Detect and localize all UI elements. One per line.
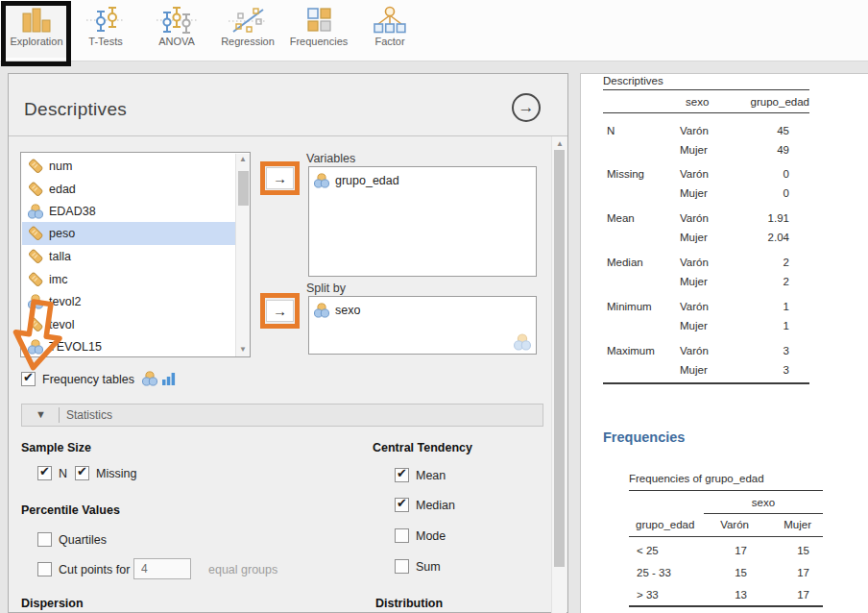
- factor-icon: [372, 6, 408, 35]
- missing-checkbox[interactable]: [75, 466, 89, 480]
- sample-size-heading: Sample Size: [21, 441, 91, 454]
- stat-value: 3: [714, 345, 789, 356]
- freq-value: 17: [752, 589, 809, 601]
- collapse-panel-arrow-button[interactable]: →: [512, 93, 541, 122]
- stat-value: 1.91: [714, 212, 789, 224]
- regression-icon: [227, 6, 269, 35]
- frequencies-col-grupo-edad: grupo_edad: [636, 519, 694, 530]
- group-label: Varón: [680, 301, 709, 312]
- table-bottom-rule: [629, 605, 823, 607]
- list-item-tevol2[interactable]: tevol2: [22, 290, 235, 313]
- split-by-box-label: Split by: [306, 282, 346, 295]
- group-label: Varón: [680, 212, 709, 224]
- mode-label: Mode: [416, 529, 446, 543]
- scrollbar-thumb[interactable]: [238, 171, 249, 206]
- ribbon-tab-regression[interactable]: Regression: [213, 4, 282, 58]
- ribbon-tab-label: Exploration: [2, 36, 71, 47]
- freq-value: 17: [752, 567, 809, 578]
- group-label: Mujer: [680, 276, 708, 287]
- descriptives-table-title: Descriptives: [603, 75, 663, 86]
- list-item-peso[interactable]: peso: [22, 222, 235, 245]
- descriptives-options-panel: Descriptives → num edad EDAD38 peso tall…: [8, 73, 568, 613]
- group-label: Varón: [680, 345, 709, 356]
- options-panel-scrollbar[interactable]: ▲: [551, 136, 567, 613]
- continuous-variable-icon: [28, 249, 43, 264]
- exploration-bar-chart-icon: [19, 6, 54, 35]
- equal-groups-label: equal groups: [208, 563, 277, 576]
- list-item-talla[interactable]: talla: [22, 245, 235, 268]
- move-to-variables-button[interactable]: →: [266, 167, 294, 189]
- cut-points-label: Cut points for: [59, 563, 130, 576]
- dispersion-heading: Dispersion: [21, 597, 84, 610]
- scroll-up-arrow[interactable]: ▲: [239, 155, 247, 163]
- ribbon-tab-anova[interactable]: ANOVA: [142, 4, 211, 58]
- list-item-tevol15[interactable]: TEVOL15: [22, 335, 235, 358]
- statistics-section-label: Statistics: [66, 408, 112, 422]
- group-label: Mujer: [680, 364, 708, 376]
- continuous-variable-icon: [28, 226, 43, 241]
- group-label: Varón: [680, 125, 709, 136]
- level-label: < 25: [637, 545, 659, 556]
- list-item-edad38[interactable]: EDAD38: [22, 200, 235, 223]
- list-item-num[interactable]: num: [22, 155, 235, 178]
- scroll-up-arrow[interactable]: ▲: [556, 139, 564, 148]
- ribbon-tab-frequencies[interactable]: Frequencies: [284, 4, 353, 58]
- panel-title: Descriptives: [24, 99, 127, 120]
- median-label: Median: [416, 499, 455, 512]
- scrollbar-thumb[interactable]: [554, 150, 565, 567]
- list-item-edad[interactable]: edad: [22, 178, 235, 201]
- freq-value: 15: [752, 545, 809, 556]
- variables-box[interactable]: grupo_edad: [308, 166, 537, 277]
- stat-value: 2: [714, 276, 789, 287]
- nominal-variable-icon: [28, 294, 43, 309]
- ribbon-tab-label: Frequencies: [284, 36, 353, 47]
- statistics-section-toggle[interactable]: ▼ Statistics: [21, 404, 543, 427]
- quartiles-checkbox[interactable]: [37, 532, 52, 547]
- frequency-tables-checkbox[interactable]: [21, 372, 36, 386]
- split-by-box[interactable]: sexo: [308, 296, 537, 355]
- ribbon-tab-factor[interactable]: Factor: [355, 4, 424, 58]
- ribbon-tab-exploration[interactable]: Exploration: [2, 4, 71, 58]
- cut-points-input[interactable]: [133, 558, 191, 579]
- n-checkbox[interactable]: [37, 466, 52, 480]
- frequencies-col-varon: Varón: [691, 519, 749, 530]
- freq-value: 15: [689, 567, 747, 578]
- stat-label: Median: [607, 257, 643, 268]
- scroll-down-arrow[interactable]: ▼: [239, 345, 247, 354]
- ribbon-tab-label: Regression: [213, 36, 282, 47]
- median-checkbox[interactable]: [395, 498, 409, 512]
- stat-value: 0: [714, 187, 789, 199]
- group-label: Mujer: [680, 187, 708, 199]
- span-header-rule: [704, 513, 823, 514]
- frequencies-span-header-sexo: sexo: [704, 497, 823, 508]
- stat-label: Minimum: [607, 301, 652, 312]
- mean-checkbox[interactable]: [395, 468, 409, 482]
- freq-value: 17: [689, 545, 747, 556]
- source-variables-list[interactable]: num edad EDAD38 peso talla imc tevol2 te…: [20, 152, 251, 357]
- freq-value: 13: [689, 589, 747, 601]
- cut-points-checkbox[interactable]: [37, 562, 52, 576]
- table-rule: [629, 536, 823, 537]
- continuous-variable-icon: [28, 272, 43, 287]
- continuous-variable-icon: [28, 317, 43, 332]
- sum-checkbox[interactable]: [395, 559, 409, 574]
- stat-value: 0: [714, 168, 789, 180]
- jamovi-window: Exploration T-Tests: [0, 0, 868, 613]
- mean-label: Mean: [416, 469, 446, 482]
- ribbon-tab-label: ANOVA: [142, 36, 211, 47]
- anova-icon: [155, 6, 199, 35]
- frequencies-col-mujer: Mujer: [754, 519, 811, 530]
- mode-checkbox[interactable]: [395, 528, 409, 543]
- sum-label: Sum: [416, 560, 441, 574]
- bar-chart-mini-icon: [162, 372, 176, 386]
- move-to-split-by-button[interactable]: →: [266, 300, 294, 322]
- stat-value: 3: [714, 364, 789, 376]
- list-item-imc[interactable]: imc: [22, 268, 235, 291]
- percentile-values-heading: Percentile Values: [21, 503, 120, 517]
- variable-list-scrollbar[interactable]: ▲ ▼: [235, 154, 250, 356]
- missing-label: Missing: [96, 467, 136, 480]
- ribbon-tab-t-tests[interactable]: T-Tests: [71, 4, 140, 58]
- list-item-tevol[interactable]: tevol: [22, 313, 235, 336]
- level-label: 25 - 33: [637, 567, 671, 578]
- table-rule: [603, 89, 809, 90]
